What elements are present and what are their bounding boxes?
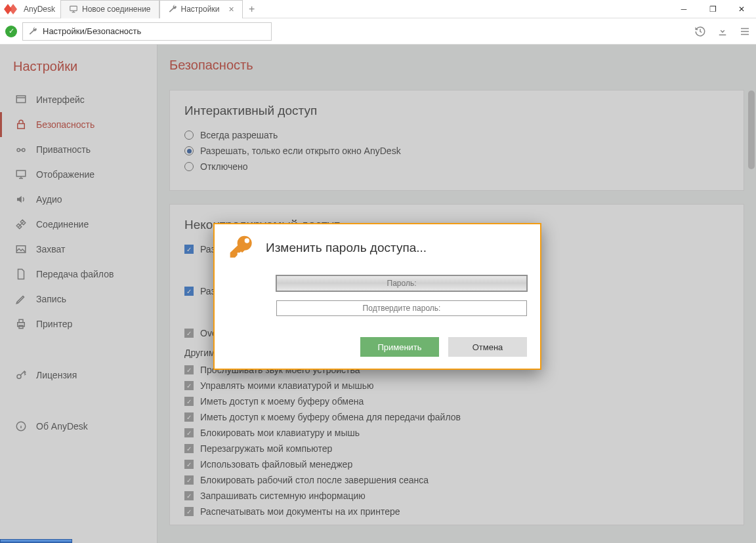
minimize-button[interactable]: ─ bbox=[669, 0, 698, 18]
anydesk-logo-icon bbox=[4, 1, 20, 17]
history-icon[interactable] bbox=[694, 26, 706, 37]
close-icon[interactable]: × bbox=[228, 4, 234, 14]
change-password-dialog: Изменить пароль доступа... Применить Отм… bbox=[213, 223, 541, 370]
window-controls: ─ ❐ ✕ bbox=[669, 0, 756, 18]
wrench-icon bbox=[28, 27, 37, 36]
key-icon bbox=[228, 233, 257, 262]
tab-new-connection[interactable]: Новое соединение bbox=[60, 0, 159, 18]
menu-icon[interactable] bbox=[739, 26, 751, 37]
tab-settings[interactable]: Настройки × bbox=[159, 0, 243, 18]
app-name: AnyDesk bbox=[24, 5, 55, 14]
address-bar: ✓ Настройки/Безопасность bbox=[0, 18, 756, 45]
monitor-icon bbox=[69, 5, 78, 14]
address-text: Настройки/Безопасность bbox=[43, 26, 141, 36]
status-ok-icon: ✓ bbox=[5, 26, 17, 37]
title-bar: AnyDesk Новое соединение Настройки × + ─… bbox=[0, 0, 756, 18]
password-input[interactable] bbox=[276, 275, 527, 291]
maximize-button[interactable]: ❐ bbox=[698, 0, 727, 18]
apply-button[interactable]: Применить bbox=[360, 337, 439, 357]
wrench-icon bbox=[168, 5, 177, 14]
close-button[interactable]: ✕ bbox=[727, 0, 756, 18]
download-icon[interactable] bbox=[717, 26, 728, 37]
new-tab-button[interactable]: + bbox=[243, 3, 261, 15]
address-field[interactable]: Настройки/Безопасность bbox=[22, 22, 272, 41]
svg-rect-0 bbox=[70, 6, 77, 10]
cancel-button[interactable]: Отмена bbox=[448, 337, 527, 357]
dialog-title: Изменить пароль доступа... bbox=[266, 241, 427, 255]
confirm-password-input[interactable] bbox=[276, 300, 527, 316]
tab-label: Новое соединение bbox=[82, 5, 151, 14]
tab-label: Настройки bbox=[181, 5, 220, 14]
taskbar-hint bbox=[0, 539, 72, 543]
